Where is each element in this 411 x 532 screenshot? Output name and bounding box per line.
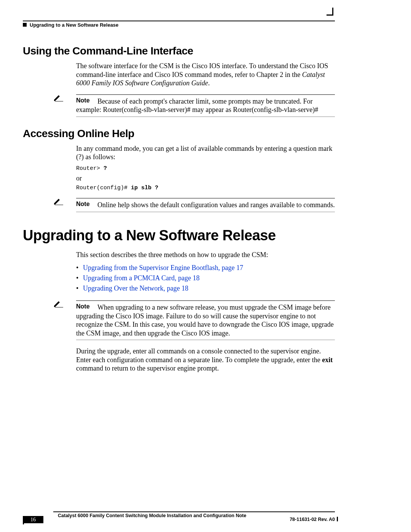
code-prompt: Router(config)# bbox=[76, 185, 131, 191]
code-example-1: Router> ? bbox=[76, 165, 335, 172]
list-item: Upgrading Over the Network, page 18 bbox=[76, 283, 335, 294]
list-item: Upgrading from the Supervisor Engine Boo… bbox=[76, 263, 335, 273]
code-prompt: Router> bbox=[76, 165, 104, 172]
text: During the upgrade, enter all commands o… bbox=[76, 347, 322, 364]
note-pencil-icon bbox=[53, 198, 64, 207]
note-block: Note Online help shows the default confi… bbox=[53, 198, 335, 212]
text: command to return to the supervisor engi… bbox=[76, 364, 219, 372]
note-block: Note When upgrading to a new software re… bbox=[53, 300, 335, 340]
crop-mark bbox=[332, 8, 333, 14]
footer-bar-icon bbox=[337, 517, 338, 521]
upgrade-instructions-paragraph: During the upgrade, enter all commands o… bbox=[76, 347, 335, 373]
note-label: Note bbox=[76, 201, 96, 208]
note-label: Note bbox=[76, 303, 96, 310]
or-text: or bbox=[76, 174, 335, 183]
text: The software interface for the CSM is th… bbox=[76, 62, 328, 78]
link-over-network[interactable]: Upgrading Over the Network, page 18 bbox=[83, 284, 188, 292]
page-number: 16 bbox=[23, 516, 43, 523]
chapter-intro: This section describes the three methods… bbox=[76, 251, 335, 259]
section2-paragraph: In any command mode, you can get a list … bbox=[76, 144, 335, 161]
note-pencil-icon bbox=[53, 300, 64, 310]
link-pcmcia-card[interactable]: Upgrading from a PCMCIA Card, page 18 bbox=[83, 274, 199, 282]
list-item: Upgrading from a PCMCIA Card, page 18 bbox=[76, 273, 335, 283]
code-example-2: Router(config)# ip slb ? bbox=[76, 185, 335, 191]
exit-command-bold: exit bbox=[322, 356, 333, 364]
code-bold: ? bbox=[104, 165, 107, 172]
note-text: When upgrading to a new software release… bbox=[76, 304, 334, 337]
header-square-icon bbox=[23, 23, 27, 27]
section-heading-help: Accessing Online Help bbox=[23, 128, 335, 140]
note-pencil-icon bbox=[53, 94, 64, 104]
note-text: Because of each prompt's character limit… bbox=[76, 97, 318, 114]
section-heading-cli: Using the Command-Line Interface bbox=[23, 45, 335, 57]
chapter-heading: Upgrading to a New Software Release bbox=[23, 227, 335, 244]
upgrade-methods-list: Upgrading from the Supervisor Engine Boo… bbox=[76, 263, 335, 294]
link-supervisor-bootflash[interactable]: Upgrading from the Supervisor Engine Boo… bbox=[83, 264, 243, 272]
running-header-text: Upgrading to a New Software Release bbox=[30, 22, 118, 28]
section1-paragraph: The software interface for the CSM is th… bbox=[76, 62, 335, 88]
note-block: Note Because of each prompt's character … bbox=[53, 94, 335, 117]
page-footer: Catalyst 6000 Family Content Switching M… bbox=[23, 511, 335, 518]
crop-mark bbox=[327, 14, 333, 16]
code-bold: ip slb ? bbox=[131, 185, 158, 191]
text: . bbox=[208, 79, 210, 87]
running-header: Upgrading to a New Software Release bbox=[23, 21, 335, 28]
crop-mark bbox=[23, 518, 24, 524]
note-text: Online help shows the default configurat… bbox=[97, 201, 335, 209]
note-label: Note bbox=[76, 97, 96, 104]
footer-doc-number: 78-11631-02 Rev. A0 bbox=[290, 517, 335, 522]
